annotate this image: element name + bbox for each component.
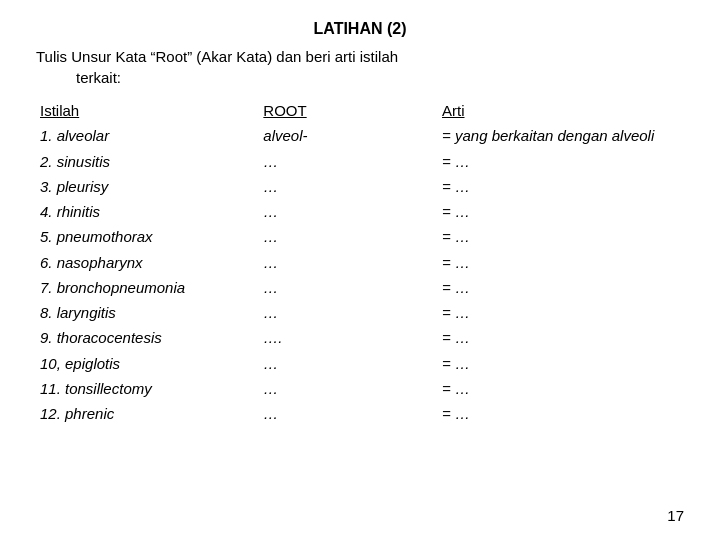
table-row: 5. pneumothorax…= … [36, 224, 684, 249]
cell-arti: = … [438, 300, 684, 325]
table-row: 10, epiglotis…= … [36, 351, 684, 376]
cell-arti: = … [438, 174, 684, 199]
table-row: 12. phrenic…= … [36, 401, 684, 426]
table-row: 1. alveolaralveol-= yang berkaitan denga… [36, 123, 684, 148]
cell-arti: = … [438, 250, 684, 275]
table-row: 2. sinusitis…= … [36, 149, 684, 174]
subtitle-line2: terkait: [76, 69, 121, 86]
table-header: Istilah ROOT Arti [36, 98, 684, 123]
cell-istilah: 4. rhinitis [36, 199, 259, 224]
cell-istilah: 2. sinusitis [36, 149, 259, 174]
header-root: ROOT [259, 98, 438, 123]
cell-root: …. [259, 325, 438, 350]
cell-istilah: 10, epiglotis [36, 351, 259, 376]
cell-istilah: 12. phrenic [36, 401, 259, 426]
cell-arti: = … [438, 376, 684, 401]
table-row: 9. thoracocentesis….= … [36, 325, 684, 350]
cell-root: … [259, 376, 438, 401]
subtitle-line1: Tulis Unsur Kata “Root” (Akar Kata) dan … [36, 48, 398, 65]
cell-root: … [259, 300, 438, 325]
cell-istilah: 11. tonsillectomy [36, 376, 259, 401]
header-istilah: Istilah [36, 98, 259, 123]
cell-istilah: 5. pneumothorax [36, 224, 259, 249]
content-table: Istilah ROOT Arti 1. alveolaralveol-= ya… [36, 98, 684, 426]
cell-root: … [259, 401, 438, 426]
table-row: 3. pleurisy…= … [36, 174, 684, 199]
cell-arti: = … [438, 325, 684, 350]
cell-arti: = … [438, 275, 684, 300]
cell-istilah: 8. laryngitis [36, 300, 259, 325]
cell-root: … [259, 250, 438, 275]
cell-root: … [259, 275, 438, 300]
cell-root: … [259, 199, 438, 224]
cell-arti: = … [438, 199, 684, 224]
cell-root: … [259, 224, 438, 249]
header-arti: Arti [438, 98, 684, 123]
page-title: LATIHAN (2) [36, 20, 684, 38]
cell-istilah: 7. bronchopneumonia [36, 275, 259, 300]
table-row: 11. tonsillectomy…= … [36, 376, 684, 401]
cell-root: alveol- [259, 123, 438, 148]
table-row: 8. laryngitis…= … [36, 300, 684, 325]
cell-istilah: 9. thoracocentesis [36, 325, 259, 350]
cell-root: … [259, 149, 438, 174]
cell-arti: = … [438, 401, 684, 426]
cell-istilah: 1. alveolar [36, 123, 259, 148]
page: LATIHAN (2) Tulis Unsur Kata “Root” (Aka… [0, 0, 720, 540]
cell-arti: = yang berkaitan dengan alveoli [438, 123, 684, 148]
subtitle: Tulis Unsur Kata “Root” (Akar Kata) dan … [36, 46, 684, 88]
table-row: 7. bronchopneumonia…= … [36, 275, 684, 300]
cell-istilah: 6. nasopharynx [36, 250, 259, 275]
cell-root: … [259, 174, 438, 199]
cell-istilah: 3. pleurisy [36, 174, 259, 199]
table-row: 6. nasopharynx…= … [36, 250, 684, 275]
cell-arti: = … [438, 149, 684, 174]
cell-arti: = … [438, 351, 684, 376]
cell-root: … [259, 351, 438, 376]
cell-arti: = … [438, 224, 684, 249]
page-number: 17 [667, 507, 684, 524]
table-row: 4. rhinitis…= … [36, 199, 684, 224]
